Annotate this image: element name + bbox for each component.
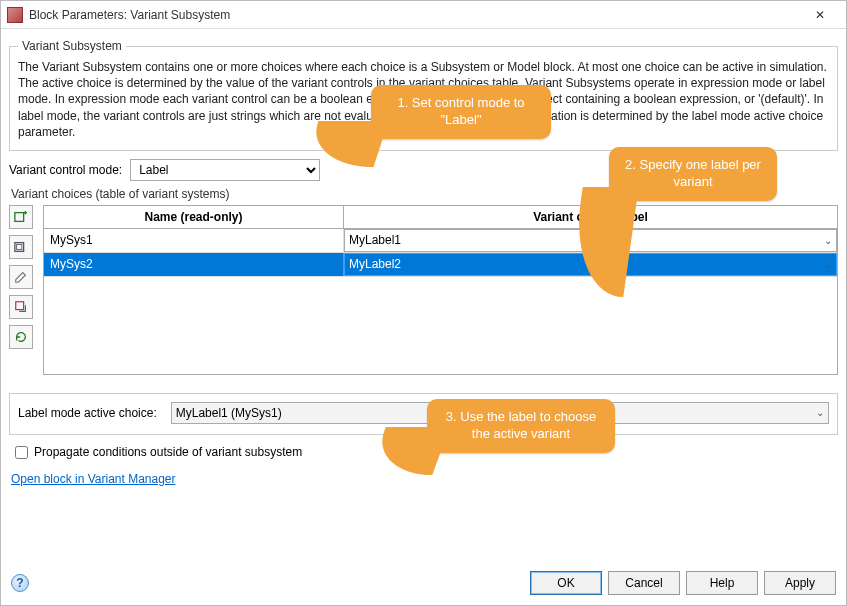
- variant-label-value: MyLabel2: [349, 257, 401, 271]
- chevron-down-icon: ⌄: [824, 235, 832, 246]
- help-button[interactable]: Help: [686, 571, 758, 595]
- control-mode-select[interactable]: Label: [130, 159, 320, 181]
- table-row[interactable]: MySys2 MyLabel2 ⌄: [44, 253, 837, 277]
- help-icon[interactable]: ?: [11, 574, 29, 592]
- open-icon: [14, 300, 28, 314]
- dialog-window: Block Parameters: Variant Subsystem ✕ Va…: [0, 0, 847, 606]
- cell-name: MySys1: [44, 229, 344, 252]
- apply-button[interactable]: Apply: [764, 571, 836, 595]
- svg-rect-2: [17, 244, 22, 249]
- window-title: Block Parameters: Variant Subsystem: [29, 8, 800, 22]
- chevron-down-icon: ⌄: [816, 407, 824, 418]
- close-button[interactable]: ✕: [800, 2, 840, 28]
- refresh-button[interactable]: [9, 325, 33, 349]
- callout-1: 1. Set control mode to "Label": [371, 85, 551, 139]
- dialog-footer: ? OK Cancel Help Apply: [1, 567, 846, 605]
- edit-icon: [14, 270, 28, 284]
- group-heading: Variant Subsystem: [18, 39, 126, 53]
- propagate-label: Propagate conditions outside of variant …: [34, 445, 302, 459]
- col-name-header: Name (read-only): [44, 206, 344, 228]
- table-row[interactable]: MySys1 MyLabel1 ⌄: [44, 229, 837, 253]
- edit-button[interactable]: [9, 265, 33, 289]
- app-icon: [7, 7, 23, 23]
- open-button[interactable]: [9, 295, 33, 319]
- variant-choices-table: Name (read-only) Variant control label M…: [43, 205, 838, 375]
- cell-name: MySys2: [44, 253, 344, 276]
- svg-rect-0: [15, 213, 24, 222]
- titlebar: Block Parameters: Variant Subsystem ✕: [1, 1, 846, 29]
- dialog-body: Variant Subsystem The Variant Subsystem …: [1, 29, 846, 567]
- refresh-icon: [14, 330, 28, 344]
- add-model-button[interactable]: [9, 235, 33, 259]
- variant-label-value: MyLabel1: [349, 233, 401, 247]
- active-choice-value: MyLabel1 (MySys1): [176, 406, 282, 420]
- control-mode-label: Variant control mode:: [9, 163, 122, 177]
- callout-3: 3. Use the label to choose the active va…: [427, 399, 615, 453]
- callout-2: 2. Specify one label per variant: [609, 147, 777, 201]
- table-toolbar: [9, 205, 37, 375]
- close-icon: ✕: [815, 8, 825, 22]
- choices-area: Name (read-only) Variant control label M…: [9, 205, 838, 375]
- ok-button[interactable]: OK: [530, 571, 602, 595]
- table-header: Name (read-only) Variant control label: [44, 206, 837, 229]
- add-subsystem-icon: [14, 210, 28, 224]
- chevron-down-icon: ⌄: [824, 259, 832, 270]
- svg-rect-3: [16, 302, 24, 310]
- active-choice-label: Label mode active choice:: [18, 406, 157, 420]
- add-subsystem-button[interactable]: [9, 205, 33, 229]
- propagate-checkbox[interactable]: [15, 446, 28, 459]
- open-variant-manager-link[interactable]: Open block in Variant Manager: [11, 472, 176, 486]
- add-model-icon: [14, 240, 28, 254]
- cancel-button[interactable]: Cancel: [608, 571, 680, 595]
